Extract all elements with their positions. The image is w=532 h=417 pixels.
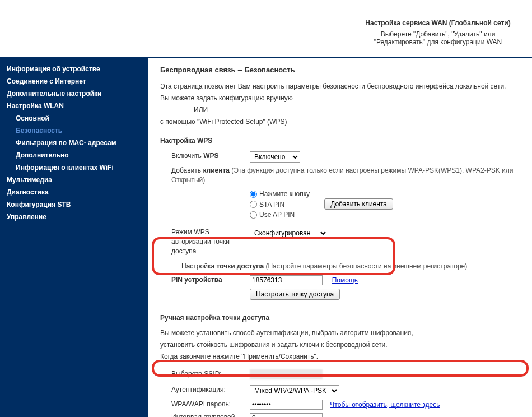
add-client-note: Добавить клиента (Эта функция доступна т… — [160, 166, 520, 185]
sidebar: Информация об устройстве Соединение с Ин… — [0, 58, 148, 417]
nav-wlan-extra[interactable]: Дополнительно — [0, 149, 148, 161]
radio-push-input[interactable] — [250, 191, 257, 198]
header-text-block: Настройка сервиса WAN (Глобальной сети) … — [360, 19, 516, 46]
configure-ap-button[interactable]: Настроить точку доступа — [250, 289, 340, 300]
rekey-label: Интервал групповой смены ключа WPA: — [160, 413, 250, 417]
reveal-password-link[interactable]: Чтобы отобразить, щелкните здесь — [330, 401, 440, 409]
wps-mode-select[interactable]: Сконфигурирован — [250, 228, 328, 239]
wps-enable-select[interactable]: Включено — [250, 151, 300, 163]
ap-setup-note: Настройка точки доступа (Настройте парам… — [160, 262, 520, 271]
pin-input[interactable] — [250, 275, 323, 285]
manual-heading: Ручная настройка точки доступа — [160, 313, 520, 323]
wps-enable-label: Включить WPS — [160, 151, 250, 161]
desc-line2: Вы можете задать конфигурацию вручную — [160, 94, 520, 103]
nav-diagnostics[interactable]: Диагностика — [0, 186, 148, 198]
radio-sta-input[interactable] — [250, 201, 257, 208]
radio-ap-input[interactable] — [250, 211, 257, 219]
pin-label: PIN устройства — [160, 275, 250, 285]
radio-ap-pin[interactable]: Use AP PIN — [250, 210, 310, 220]
add-client-button[interactable]: Добавить клиента — [324, 198, 393, 210]
nav-multimedia[interactable]: Мультимедиа — [0, 174, 148, 186]
page-title: Беспроводная связь -- Безопасность — [160, 65, 520, 75]
ssid-select[interactable] — [250, 369, 323, 379]
auth-select[interactable]: Mixed WPA2/WPA -PSK — [250, 385, 339, 396]
auth-label: Аутентификация: — [160, 385, 250, 395]
help-link[interactable]: Помощь — [332, 276, 358, 284]
nav-stb[interactable]: Конфигурация STB — [0, 198, 148, 211]
radio-sta-pin[interactable]: STA PIN — [250, 200, 310, 210]
desc-line1: Эта страница позволяет Вам настроить пар… — [160, 82, 520, 91]
wps-heading: Настройка WPS — [160, 136, 520, 146]
wpa-password-input[interactable] — [250, 400, 323, 410]
ssid-label: Выберете SSID: — [160, 369, 250, 379]
nav-internet[interactable]: Соединение с Интернет — [0, 75, 148, 87]
manual-desc3: Когда закончите нажмите "Применить/Сохра… — [160, 352, 520, 362]
header-subtitle: Выберете "Добавить", "Удалить" или "Реда… — [360, 30, 516, 46]
rekey-input[interactable] — [250, 413, 323, 417]
nav-wlan-clients[interactable]: Информация о клиентах WiFi — [0, 161, 148, 174]
nav-wlan[interactable]: Настройка WLAN — [0, 100, 148, 112]
content: Беспроводная связь -- Безопасность Эта с… — [148, 58, 532, 417]
header-title: Настройка сервиса WAN (Глобальной сети) — [360, 19, 516, 27]
nav-wlan-basic[interactable]: Основной — [0, 112, 148, 124]
nav-device-info[interactable]: Информация об устройстве — [0, 63, 148, 75]
manual-desc1: Вы можете установить способ аутентификац… — [160, 328, 520, 338]
nav-advanced[interactable]: Дополнительные настройки — [0, 87, 148, 100]
header: Настройка сервиса WAN (Глобальной сети) … — [0, 0, 532, 58]
wpa-password-label: WPA/WAPI пароль: — [160, 400, 250, 409]
nav-manage[interactable]: Управление — [0, 211, 148, 223]
desc-or: ИЛИ — [160, 105, 520, 115]
nav-wlan-mac[interactable]: Фильтрация по MAC- адресам — [0, 137, 148, 149]
wps-mode-label: Режим WPS авторизации точки доступа — [160, 228, 250, 256]
manual-desc2: установить стойкость шифрования и задать… — [160, 340, 520, 350]
nav-wlan-security[interactable]: Безопасность — [0, 124, 148, 137]
radio-push-button[interactable]: Нажмите кнопку — [250, 189, 310, 199]
desc-line3: с помощью "WiFi Protected Setup" (WPS) — [160, 117, 520, 127]
